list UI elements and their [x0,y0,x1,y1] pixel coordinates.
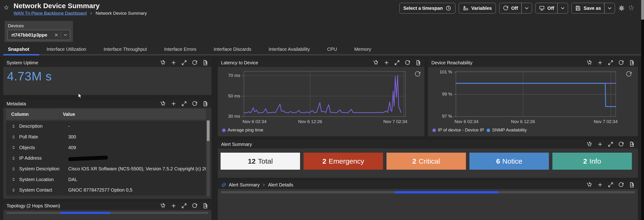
tab-snapshot[interactable]: Snapshot [8,47,29,52]
value-header[interactable]: Value [60,109,206,119]
tab-cpu[interactable]: CPU [327,47,337,52]
add-icon[interactable] [170,203,177,209]
tab-memory[interactable]: Memory [354,47,371,52]
auto-refresh-dropdown[interactable] [521,3,532,13]
add-icon[interactable] [170,101,177,107]
expand-icon[interactable] [608,182,614,188]
refresh-icon[interactable] [618,182,624,188]
refresh-icon[interactable] [192,203,198,209]
add-icon[interactable] [597,60,603,66]
sort-icon[interactable] [11,177,16,182]
alert-box-total[interactable]: 12Total [220,153,300,170]
select-timespan-button[interactable]: Select a timespan [399,3,456,13]
save-as-button[interactable]: Save as [572,3,604,13]
row-label: System Description [19,166,62,172]
export-icon[interactable] [202,101,208,107]
export-icon[interactable] [628,141,635,147]
favorite-star-icon[interactable] [3,5,9,11]
scrollbar-thumb[interactable] [207,120,210,141]
kiosk-button[interactable]: Off [536,3,558,13]
page-scrollbar[interactable] [641,0,644,220]
tab-interface-discards[interactable]: Interface Discards [214,47,251,52]
variables-button[interactable]: Variables [459,3,496,13]
chevron-down-icon [524,5,530,11]
alert-box-notice[interactable]: 6Notice [470,153,549,170]
legend-swatch[interactable] [222,129,226,132]
clear-selection-icon[interactable] [54,32,59,37]
reachability-line-chart[interactable]: 101 %99 %97 %Nov 6 02:34Nov 6 12:26Nov 7… [428,67,638,136]
tab-interface-errors[interactable]: Interface Errors [164,47,196,52]
devices-select[interactable]: rt747bb01p3ppe [8,30,70,40]
expand-icon[interactable] [394,60,400,66]
breadcrumb-dashboard-link[interactable]: WAN Tri-Plane Backbone Dashboard [14,11,87,16]
tab-interface-throughput[interactable]: Interface Throughput [104,47,147,52]
x-tick-label: Nov 6 12:26 [298,119,322,124]
refresh-icon[interactable] [192,60,198,66]
save-as-dropdown[interactable] [604,3,615,13]
column-header[interactable]: Column [6,112,60,117]
expand-icon[interactable] [181,101,187,107]
auto-refresh-button[interactable]: Off [499,3,521,13]
renew-icon [503,5,509,11]
sort-icon[interactable] [11,187,16,193]
add-to-cart-icon[interactable] [160,60,166,66]
refresh-icon[interactable] [192,101,198,107]
tab-interface-utilization[interactable]: Interface Utilization [46,47,86,52]
legend-label[interactable]: SNMP Availability [492,127,527,132]
add-to-cart-icon[interactable] [160,203,166,209]
tab-interface-availability[interactable]: Interface Availability [269,47,310,52]
expand-icon[interactable] [608,60,614,66]
loading-bar [6,212,208,214]
add-to-cart-icon[interactable] [586,141,592,147]
chevron-down-icon[interactable] [63,32,68,37]
refresh-icon[interactable] [618,141,624,147]
refresh-icon[interactable] [415,72,420,76]
kiosk-dropdown[interactable] [557,3,568,13]
panel-header: System Uptime [3,59,212,67]
legend-label[interactable]: Average ping time [228,127,263,132]
panel-breadcrumb: Alert Summary Alert Details [221,182,293,188]
series-line[interactable] [244,75,401,113]
latency-line-chart[interactable]: 70 ms50 ms30 msNov 6 02:34Nov 6 12:26Nov… [218,67,424,136]
add-icon[interactable] [170,60,177,66]
series-line[interactable] [456,83,616,107]
alert-label: Info [589,157,601,165]
sort-icon[interactable] [11,155,16,161]
alert-box-emergency[interactable]: 2Emergency [304,153,383,170]
scrollbar-thumb[interactable] [641,0,644,19]
export-icon[interactable] [628,182,635,188]
cart-icon[interactable] [628,5,635,11]
alert-label: Critical [419,157,440,165]
refresh-icon[interactable] [626,72,632,76]
sort-icon[interactable] [11,145,16,150]
add-to-cart-icon[interactable] [160,101,166,107]
add-icon[interactable] [384,60,390,66]
export-icon[interactable] [415,60,421,66]
legend-label[interactable]: IP of device - Device IP [438,127,484,132]
refresh-icon[interactable] [404,60,410,66]
export-icon[interactable] [628,60,635,66]
sort-icon[interactable] [11,134,16,140]
refresh-icon[interactable] [618,60,624,66]
export-icon[interactable] [202,203,208,209]
alert-box-info[interactable]: 2Info [552,153,632,170]
add-to-cart-icon[interactable] [586,182,592,188]
export-icon[interactable] [202,60,208,66]
expand-icon[interactable] [608,141,614,147]
add-icon[interactable] [597,182,603,188]
sort-icon[interactable] [11,123,16,129]
expand-icon[interactable] [181,60,187,66]
sort-icon[interactable] [11,166,16,172]
expand-icon[interactable] [181,203,187,209]
add-to-cart-icon[interactable] [586,60,592,66]
gear-icon[interactable] [618,5,625,11]
clock-icon [446,5,452,11]
table-scrollbar[interactable] [207,120,210,197]
add-icon[interactable] [597,141,603,147]
add-to-cart-icon[interactable] [373,60,379,66]
panel-header: Alert Summary [218,140,638,148]
legend-swatch[interactable] [432,129,436,132]
legend-swatch[interactable] [487,129,490,132]
alert-box-critical[interactable]: 2Critical [386,153,466,170]
alert-summary-crumb[interactable]: Alert Summary [229,182,260,188]
